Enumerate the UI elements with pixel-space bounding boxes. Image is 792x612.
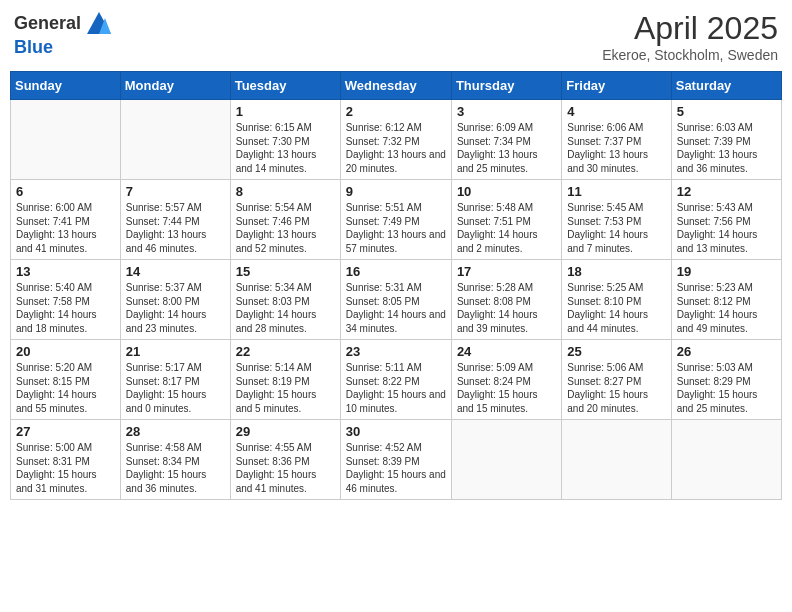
day-info: Sunrise: 4:55 AM Sunset: 8:36 PM Dayligh… <box>236 441 335 495</box>
day-info: Sunrise: 6:15 AM Sunset: 7:30 PM Dayligh… <box>236 121 335 175</box>
logo-blue-text: Blue <box>14 38 53 58</box>
day-info: Sunrise: 5:09 AM Sunset: 8:24 PM Dayligh… <box>457 361 556 415</box>
day-cell: 27Sunrise: 5:00 AM Sunset: 8:31 PM Dayli… <box>11 420 121 500</box>
day-info: Sunrise: 5:11 AM Sunset: 8:22 PM Dayligh… <box>346 361 446 415</box>
day-info: Sunrise: 5:14 AM Sunset: 8:19 PM Dayligh… <box>236 361 335 415</box>
day-info: Sunrise: 5:54 AM Sunset: 7:46 PM Dayligh… <box>236 201 335 255</box>
weekday-header-saturday: Saturday <box>671 72 781 100</box>
day-number: 18 <box>567 264 665 279</box>
day-info: Sunrise: 5:48 AM Sunset: 7:51 PM Dayligh… <box>457 201 556 255</box>
week-row-2: 6Sunrise: 6:00 AM Sunset: 7:41 PM Daylig… <box>11 180 782 260</box>
day-cell: 6Sunrise: 6:00 AM Sunset: 7:41 PM Daylig… <box>11 180 121 260</box>
day-number: 3 <box>457 104 556 119</box>
day-number: 27 <box>16 424 115 439</box>
day-info: Sunrise: 5:00 AM Sunset: 8:31 PM Dayligh… <box>16 441 115 495</box>
day-number: 9 <box>346 184 446 199</box>
day-cell: 21Sunrise: 5:17 AM Sunset: 8:17 PM Dayli… <box>120 340 230 420</box>
day-info: Sunrise: 6:00 AM Sunset: 7:41 PM Dayligh… <box>16 201 115 255</box>
day-info: Sunrise: 5:23 AM Sunset: 8:12 PM Dayligh… <box>677 281 776 335</box>
day-cell: 13Sunrise: 5:40 AM Sunset: 7:58 PM Dayli… <box>11 260 121 340</box>
weekday-header-monday: Monday <box>120 72 230 100</box>
day-number: 1 <box>236 104 335 119</box>
day-cell: 2Sunrise: 6:12 AM Sunset: 7:32 PM Daylig… <box>340 100 451 180</box>
day-number: 10 <box>457 184 556 199</box>
day-number: 14 <box>126 264 225 279</box>
week-row-4: 20Sunrise: 5:20 AM Sunset: 8:15 PM Dayli… <box>11 340 782 420</box>
day-number: 25 <box>567 344 665 359</box>
day-number: 19 <box>677 264 776 279</box>
day-number: 21 <box>126 344 225 359</box>
day-number: 15 <box>236 264 335 279</box>
day-cell: 11Sunrise: 5:45 AM Sunset: 7:53 PM Dayli… <box>562 180 671 260</box>
day-number: 20 <box>16 344 115 359</box>
day-cell: 8Sunrise: 5:54 AM Sunset: 7:46 PM Daylig… <box>230 180 340 260</box>
day-number: 7 <box>126 184 225 199</box>
day-info: Sunrise: 5:37 AM Sunset: 8:00 PM Dayligh… <box>126 281 225 335</box>
logo: General Blue <box>14 10 113 58</box>
day-cell: 23Sunrise: 5:11 AM Sunset: 8:22 PM Dayli… <box>340 340 451 420</box>
day-number: 13 <box>16 264 115 279</box>
day-cell: 4Sunrise: 6:06 AM Sunset: 7:37 PM Daylig… <box>562 100 671 180</box>
day-info: Sunrise: 5:06 AM Sunset: 8:27 PM Dayligh… <box>567 361 665 415</box>
day-number: 26 <box>677 344 776 359</box>
weekday-header-tuesday: Tuesday <box>230 72 340 100</box>
day-cell: 15Sunrise: 5:34 AM Sunset: 8:03 PM Dayli… <box>230 260 340 340</box>
calendar: SundayMondayTuesdayWednesdayThursdayFrid… <box>10 71 782 500</box>
day-info: Sunrise: 5:43 AM Sunset: 7:56 PM Dayligh… <box>677 201 776 255</box>
day-number: 30 <box>346 424 446 439</box>
day-number: 22 <box>236 344 335 359</box>
weekday-header-wednesday: Wednesday <box>340 72 451 100</box>
day-cell: 14Sunrise: 5:37 AM Sunset: 8:00 PM Dayli… <box>120 260 230 340</box>
day-cell: 20Sunrise: 5:20 AM Sunset: 8:15 PM Dayli… <box>11 340 121 420</box>
logo-general-text: General <box>14 14 81 34</box>
day-number: 24 <box>457 344 556 359</box>
day-cell <box>11 100 121 180</box>
day-number: 17 <box>457 264 556 279</box>
day-cell: 28Sunrise: 4:58 AM Sunset: 8:34 PM Dayli… <box>120 420 230 500</box>
weekday-header-row: SundayMondayTuesdayWednesdayThursdayFrid… <box>11 72 782 100</box>
day-info: Sunrise: 6:12 AM Sunset: 7:32 PM Dayligh… <box>346 121 446 175</box>
day-cell: 5Sunrise: 6:03 AM Sunset: 7:39 PM Daylig… <box>671 100 781 180</box>
week-row-5: 27Sunrise: 5:00 AM Sunset: 8:31 PM Dayli… <box>11 420 782 500</box>
day-cell: 16Sunrise: 5:31 AM Sunset: 8:05 PM Dayli… <box>340 260 451 340</box>
day-cell: 25Sunrise: 5:06 AM Sunset: 8:27 PM Dayli… <box>562 340 671 420</box>
day-number: 11 <box>567 184 665 199</box>
day-number: 23 <box>346 344 446 359</box>
week-row-1: 1Sunrise: 6:15 AM Sunset: 7:30 PM Daylig… <box>11 100 782 180</box>
day-info: Sunrise: 4:52 AM Sunset: 8:39 PM Dayligh… <box>346 441 446 495</box>
day-cell: 19Sunrise: 5:23 AM Sunset: 8:12 PM Dayli… <box>671 260 781 340</box>
day-cell: 7Sunrise: 5:57 AM Sunset: 7:44 PM Daylig… <box>120 180 230 260</box>
day-cell: 10Sunrise: 5:48 AM Sunset: 7:51 PM Dayli… <box>451 180 561 260</box>
header: General Blue April 2025 Ekeroe, Stockhol… <box>10 10 782 63</box>
day-info: Sunrise: 5:03 AM Sunset: 8:29 PM Dayligh… <box>677 361 776 415</box>
title-area: April 2025 Ekeroe, Stockholm, Sweden <box>602 10 778 63</box>
day-info: Sunrise: 5:40 AM Sunset: 7:58 PM Dayligh… <box>16 281 115 335</box>
logo-icon <box>85 10 113 38</box>
day-info: Sunrise: 5:45 AM Sunset: 7:53 PM Dayligh… <box>567 201 665 255</box>
day-info: Sunrise: 5:20 AM Sunset: 8:15 PM Dayligh… <box>16 361 115 415</box>
day-number: 28 <box>126 424 225 439</box>
day-number: 5 <box>677 104 776 119</box>
day-number: 4 <box>567 104 665 119</box>
day-number: 8 <box>236 184 335 199</box>
week-row-3: 13Sunrise: 5:40 AM Sunset: 7:58 PM Dayli… <box>11 260 782 340</box>
day-number: 12 <box>677 184 776 199</box>
day-info: Sunrise: 5:57 AM Sunset: 7:44 PM Dayligh… <box>126 201 225 255</box>
day-number: 2 <box>346 104 446 119</box>
day-info: Sunrise: 5:34 AM Sunset: 8:03 PM Dayligh… <box>236 281 335 335</box>
day-cell: 30Sunrise: 4:52 AM Sunset: 8:39 PM Dayli… <box>340 420 451 500</box>
day-info: Sunrise: 4:58 AM Sunset: 8:34 PM Dayligh… <box>126 441 225 495</box>
title-month: April 2025 <box>602 10 778 47</box>
day-info: Sunrise: 5:31 AM Sunset: 8:05 PM Dayligh… <box>346 281 446 335</box>
day-cell: 22Sunrise: 5:14 AM Sunset: 8:19 PM Dayli… <box>230 340 340 420</box>
weekday-header-friday: Friday <box>562 72 671 100</box>
day-number: 29 <box>236 424 335 439</box>
day-info: Sunrise: 5:17 AM Sunset: 8:17 PM Dayligh… <box>126 361 225 415</box>
day-number: 16 <box>346 264 446 279</box>
day-cell: 24Sunrise: 5:09 AM Sunset: 8:24 PM Dayli… <box>451 340 561 420</box>
day-cell: 12Sunrise: 5:43 AM Sunset: 7:56 PM Dayli… <box>671 180 781 260</box>
title-location: Ekeroe, Stockholm, Sweden <box>602 47 778 63</box>
day-cell: 9Sunrise: 5:51 AM Sunset: 7:49 PM Daylig… <box>340 180 451 260</box>
day-info: Sunrise: 5:28 AM Sunset: 8:08 PM Dayligh… <box>457 281 556 335</box>
day-cell: 1Sunrise: 6:15 AM Sunset: 7:30 PM Daylig… <box>230 100 340 180</box>
